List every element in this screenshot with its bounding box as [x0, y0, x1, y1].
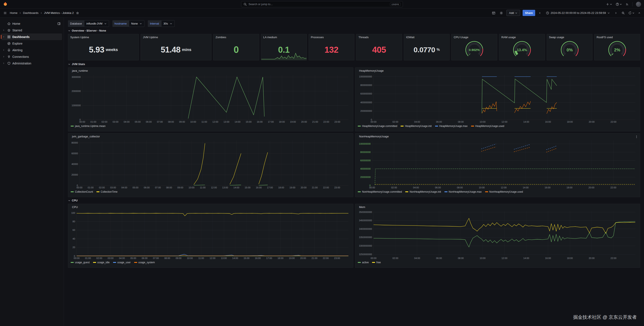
sidebar-item-dashboards[interactable]: Dashboards — [1, 34, 62, 40]
legend-item-free[interactable]: free — [372, 261, 381, 264]
collapse-controls-button[interactable] — [637, 11, 642, 15]
sidebar-item-connections[interactable]: Connections — [1, 53, 62, 60]
svg-text:22:00: 22:00 — [323, 257, 329, 259]
variable-value: None — [131, 22, 138, 25]
panel-title[interactable]: HeapMemoryUsage — [357, 68, 638, 73]
svg-text:08:00: 08:00 — [166, 186, 172, 189]
legend-item-usage_idle[interactable]: usage_idle — [93, 261, 110, 264]
sidebar-item-starred[interactable]: Starred — [1, 27, 62, 34]
legend-item-HeapMemoryUsage.committed[interactable]: HeapMemoryUsage.committed — [358, 125, 397, 128]
grafana-logo-icon[interactable] — [3, 2, 8, 7]
chart-java-runtime[interactable]: 00:0001:0002:0003:0004:0005:0006:0007:00… — [70, 73, 352, 124]
svg-text:3450000000: 3450000000 — [359, 219, 372, 222]
panel-title[interactable]: LA medium — [261, 34, 307, 40]
stat-value: 405 — [356, 39, 402, 60]
user-profile-button[interactable] — [636, 2, 641, 7]
legend-item-HeapMemoryUsage.used[interactable]: HeapMemoryUsage.used — [471, 125, 504, 128]
variable-hostname: hostname None — [112, 20, 144, 27]
svg-text:11:00: 11:00 — [198, 257, 204, 259]
svg-text:3300000000: 3300000000 — [359, 244, 372, 247]
svg-text:13:00: 13:00 — [222, 186, 228, 189]
row-header-overview[interactable]: Overview - $Server - None — [68, 29, 640, 32]
breadcrumb-dashboards[interactable]: Dashboards — [23, 11, 38, 15]
chart-jvm-garbage-collector[interactable]: 00:0001:0002:0003:0004:0005:0006:0007:00… — [70, 139, 352, 190]
add-panel-button[interactable] — [491, 11, 496, 16]
time-range-picker[interactable]: 2024-05-22 00:00:00 to 2024-05-22 23:59:… — [544, 10, 612, 16]
sidebar-item-home[interactable]: Home — [1, 20, 62, 27]
variable-value-dropdown[interactable]: 30s — [161, 20, 175, 27]
add-button[interactable]: Add — [506, 10, 520, 16]
legend-item-java_runtime.Uptime.mean[interactable]: java_runtime.Uptime.mean — [71, 125, 106, 128]
panel-title[interactable]: IOWait — [404, 34, 450, 40]
sidebar-item-administration[interactable]: Administration — [1, 60, 62, 67]
svg-text:00:00: 00:00 — [369, 186, 375, 189]
legend-item-NonHeapMemoryUsage.init[interactable]: NonHeapMemoryUsage.init — [405, 190, 441, 193]
svg-text:08:00: 08:00 — [457, 186, 463, 189]
dashboard-toolbar: Home Dashboards JVM Metrics - Jolokia 2 … — [0, 9, 644, 18]
legend-item-NonHeapMemoryUsage.used[interactable]: NonHeapMemoryUsage.used — [485, 190, 523, 193]
chart-mem[interactable]: 00:0002:0004:0006:0008:0010:0012:0014:00… — [357, 210, 638, 260]
svg-text:17:00: 17:00 — [267, 186, 273, 189]
legend-item-active[interactable]: active — [358, 261, 369, 264]
new-menu-button[interactable] — [606, 3, 612, 6]
svg-text:21:00: 21:00 — [312, 186, 318, 189]
chart-cpu[interactable]: 00:0001:0002:0003:0004:0005:0006:0007:00… — [70, 210, 352, 260]
chevron-right-icon[interactable] — [2, 49, 6, 51]
search-bar[interactable]: Search or jump to... cmd+k — [241, 1, 403, 7]
chart-heap-memory-usage[interactable]: 00:0002:0004:0006:0008:0010:0012:0014:00… — [357, 73, 638, 124]
panel-title[interactable]: Zombies — [214, 34, 259, 40]
svg-text:80000: 80000 — [71, 141, 78, 144]
legend-item-HeapMemoryUsage.init[interactable]: HeapMemoryUsage.init — [400, 125, 432, 128]
favorite-dashboard-button[interactable] — [75, 11, 80, 15]
panel-title[interactable]: java_runtime — [70, 68, 352, 73]
sidebar-item-explore[interactable]: Explore — [1, 40, 62, 47]
time-shift-back-button[interactable] — [538, 11, 542, 15]
svg-text:23:00: 23:00 — [334, 257, 340, 259]
panel-title[interactable]: JVM Uptime — [141, 34, 211, 40]
breadcrumb-home[interactable]: Home — [10, 11, 18, 15]
row-header-jvm-stats[interactable]: JVM Stats — [68, 63, 640, 66]
variable-value-dropdown[interactable]: None — [129, 20, 144, 27]
panel-title[interactable]: Mem — [357, 204, 638, 210]
svg-text:08:00: 08:00 — [168, 120, 174, 123]
variable-value-dropdown[interactable]: influxdb-JVM — [84, 20, 109, 27]
legend-item-usage_user[interactable]: usage_user — [113, 261, 131, 264]
panel-title[interactable]: System Uptime — [68, 34, 139, 40]
panel-title[interactable]: Processes — [309, 34, 354, 40]
zoom-out-button[interactable] — [620, 11, 626, 16]
chevron-right-icon[interactable] — [2, 62, 6, 64]
legend-item-usage_system[interactable]: usage_system — [134, 261, 155, 264]
panel-title[interactable]: NonHeapMemoryUsage — [357, 133, 638, 139]
svg-text:20000000: 20000000 — [360, 176, 370, 178]
chart-legend: activefree — [357, 260, 638, 265]
menu-toggle-button[interactable] — [2, 11, 8, 16]
panel-menu-kebab-icon[interactable] — [635, 135, 638, 138]
news-button[interactable] — [626, 3, 629, 6]
svg-text:400000000: 400000000 — [360, 101, 372, 104]
chevron-right-icon — [40, 12, 42, 14]
legend-item-NonHeapMemoryUsage.max[interactable]: NonHeapMemoryUsage.max — [444, 190, 482, 193]
svg-text:18:00: 18:00 — [567, 120, 573, 123]
row-header-cpu[interactable]: CPU — [68, 199, 640, 202]
panel-title[interactable]: CPU — [70, 204, 352, 210]
legend-item-CollectionCount[interactable]: CollectionCount — [71, 190, 93, 193]
svg-text:17:00: 17:00 — [266, 257, 272, 259]
chevron-right-icon[interactable] — [2, 36, 6, 38]
svg-text:03:00: 03:00 — [110, 186, 116, 189]
sidebar-item-alerting[interactable]: Alerting — [1, 47, 62, 53]
legend-item-CollectionTime[interactable]: CollectionTime — [96, 190, 118, 193]
share-button[interactable]: Share — [522, 10, 535, 16]
help-menu-button[interactable] — [616, 3, 622, 6]
legend-item-NonHeapMemoryUsage.committed[interactable]: NonHeapMemoryUsage.committed — [358, 190, 402, 193]
legend-item-usage_guest[interactable]: usage_guest — [71, 261, 90, 264]
chart-nonheap-memory-usage[interactable]: 00:0002:0004:0006:0008:0010:0012:0014:00… — [357, 139, 638, 190]
dashboard-settings-button[interactable] — [499, 11, 504, 16]
panel-title[interactable]: jvm_garbage_collector — [70, 133, 352, 139]
chevron-right-icon[interactable] — [2, 29, 6, 31]
time-shift-forward-button[interactable] — [614, 11, 618, 15]
refresh-button[interactable] — [628, 11, 635, 15]
legend-item-HeapMemoryUsage.max[interactable]: HeapMemoryUsage.max — [435, 125, 468, 128]
svg-text:16:00: 16:00 — [545, 120, 551, 123]
chevron-right-icon[interactable] — [2, 56, 6, 58]
panel-title[interactable]: Threads — [356, 34, 402, 40]
